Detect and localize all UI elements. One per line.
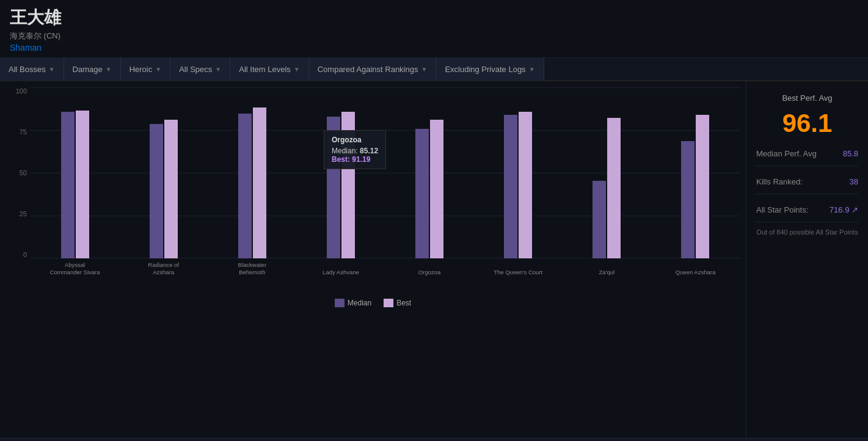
- legend-median-box: [335, 299, 345, 307]
- bar-median-6: [593, 181, 606, 259]
- filter-compared-against[interactable]: Compared Against Rankings ▼: [309, 57, 437, 81]
- all-star-label: All Star Points:: [756, 205, 808, 214]
- player-class: Shaman: [10, 43, 858, 53]
- boss-bar-label-1: Radiance ofAzshara: [119, 261, 208, 275]
- legend-median-label: Median: [348, 299, 371, 307]
- all-star-note: Out of 840 possible All Star Points: [756, 228, 858, 236]
- header: 王大雄 海克泰尔 (CN) Shaman: [0, 0, 868, 58]
- bar-median-5: [504, 115, 517, 258]
- y-label-0: 0: [6, 251, 31, 258]
- boss-bar-label-3: Lady Ashvane: [296, 269, 385, 275]
- bar-best-3: [341, 112, 355, 258]
- kills-ranked-label: Kills Ranked:: [756, 177, 803, 186]
- chart-legend: Median Best: [6, 299, 740, 312]
- legend-best-label: Best: [396, 299, 411, 307]
- filter-all-item-levels[interactable]: All Item Levels ▼: [230, 57, 308, 81]
- boss-bar-group-5: The Queen's Court: [474, 106, 563, 258]
- player-server: 海克泰尔 (CN): [10, 31, 858, 42]
- legend-median: Median: [335, 299, 371, 307]
- boss-bar-label-4: Orgozoa: [385, 269, 474, 275]
- boss-bar-group-2: BlackwaterBehemoth: [208, 106, 296, 258]
- boss-bar-label-0: AbyssalCommander Sivara: [31, 261, 119, 275]
- median-perf-value: 85.8: [843, 149, 858, 158]
- all-star-stat: All Star Points: 716.9 ↗: [756, 205, 858, 222]
- bar-best-6: [607, 118, 621, 258]
- bar-median-7: [681, 141, 695, 259]
- y-axis: 100 75 50 25 0: [6, 87, 31, 258]
- best-perf-value: 96.1: [756, 109, 858, 138]
- legend-best: Best: [384, 299, 411, 307]
- bar-best-5: [519, 112, 532, 258]
- bar-best-1: [164, 120, 178, 259]
- filter-heroic[interactable]: Heroic ▼: [121, 57, 170, 81]
- player-name: 王大雄: [10, 6, 858, 29]
- boss-bar-group-7: Queen Azshara: [651, 106, 740, 258]
- filter-damage[interactable]: Damage ▼: [64, 57, 121, 81]
- bar-median-3: [327, 117, 340, 259]
- filter-bar: All Bosses ▼Damage ▼Heroic ▼All Specs ▼A…: [0, 58, 868, 81]
- bar-best-2: [253, 108, 266, 259]
- boss-bar-group-3: Lady Ashvane: [296, 106, 385, 258]
- y-label-25: 25: [6, 210, 31, 217]
- legend-best-box: [384, 299, 393, 307]
- bar-median-1: [150, 124, 163, 258]
- bar-best-0: [76, 111, 89, 259]
- median-perf-label: Median Perf. Avg: [756, 149, 817, 158]
- chart-container: 100 75 50 25 0 AbyssalCommander SivaraRa…: [6, 87, 740, 277]
- kills-ranked-stat: Kills Ranked: 38: [756, 177, 858, 194]
- kills-ranked-value: 38: [850, 177, 858, 186]
- right-panel: Best Perf. Avg 96.1 Median Perf. Avg 85.…: [746, 81, 868, 438]
- filter-all-bosses[interactable]: All Bosses ▼: [0, 57, 64, 81]
- boss-bar-group-1: Radiance ofAzshara: [119, 106, 208, 258]
- table-section: Boss Best Hist. % Best DPS Kills Fastest…: [0, 438, 868, 441]
- filter-excluding-private[interactable]: Excluding Private Logs ▼: [436, 57, 544, 81]
- filter-all-specs[interactable]: All Specs ▼: [170, 57, 230, 81]
- boss-bar-group-4: Orgozoa: [385, 106, 474, 258]
- best-perf-title: Best Perf. Avg: [756, 93, 858, 103]
- bar-median-0: [61, 112, 75, 258]
- bar-best-7: [696, 115, 709, 258]
- chart-area: 100 75 50 25 0 AbyssalCommander SivaraRa…: [0, 81, 746, 438]
- y-label-100: 100: [6, 87, 31, 95]
- main-content: 100 75 50 25 0 AbyssalCommander SivaraRa…: [0, 81, 868, 438]
- bar-median-2: [238, 114, 252, 259]
- bars-group: AbyssalCommander SivaraRadiance ofAzshar…: [31, 106, 740, 277]
- y-label-50: 50: [6, 169, 31, 177]
- bar-median-4: [415, 129, 429, 259]
- bar-best-4: [430, 120, 443, 259]
- y-label-75: 75: [6, 128, 31, 136]
- boss-bar-label-5: The Queen's Court: [474, 269, 563, 275]
- boss-bar-group-6: Za'qul: [563, 106, 651, 258]
- median-perf-stat: Median Perf. Avg 85.8: [756, 149, 858, 166]
- boss-bar-label-6: Za'qul: [563, 269, 651, 275]
- boss-bar-label-2: BlackwaterBehemoth: [208, 261, 296, 275]
- all-star-value: 716.9 ↗: [830, 205, 858, 214]
- boss-bar-group-0: AbyssalCommander Sivara: [31, 106, 119, 258]
- boss-bar-label-7: Queen Azshara: [651, 269, 740, 275]
